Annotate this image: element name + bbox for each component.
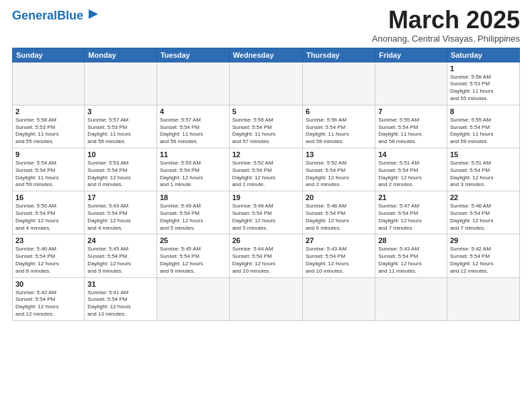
table-row: 9Sunrise: 5:54 AM Sunset: 5:54 PM Daylig… [13, 148, 85, 191]
day-info: Sunrise: 5:50 AM Sunset: 5:54 PM Dayligh… [15, 203, 81, 232]
calendar-week-row: 1Sunrise: 5:58 AM Sunset: 5:53 PM Daylig… [13, 62, 520, 105]
day-info: Sunrise: 5:57 AM Sunset: 5:53 PM Dayligh… [87, 117, 154, 146]
header: GeneralBlue March 2025 Anonang, Central … [12, 7, 520, 44]
day-info: Sunrise: 5:46 AM Sunset: 5:54 PM Dayligh… [450, 203, 517, 232]
table-row: 4Sunrise: 5:57 AM Sunset: 5:54 PM Daylig… [157, 105, 229, 148]
table-row [157, 277, 229, 320]
col-friday: Friday [375, 48, 447, 62]
day-number: 20 [306, 193, 372, 201]
table-row: 23Sunrise: 5:46 AM Sunset: 5:54 PM Dayli… [13, 234, 85, 277]
day-number: 31 [87, 280, 154, 288]
day-info: Sunrise: 5:56 AM Sunset: 5:54 PM Dayligh… [306, 117, 372, 146]
day-number: 21 [378, 193, 444, 201]
table-row: 7Sunrise: 5:55 AM Sunset: 5:54 PM Daylig… [375, 105, 447, 148]
day-number: 13 [306, 150, 372, 158]
col-thursday: Thursday [302, 48, 375, 62]
day-info: Sunrise: 5:51 AM Sunset: 5:54 PM Dayligh… [450, 160, 517, 189]
day-number: 29 [450, 236, 517, 244]
col-saturday: Saturday [447, 48, 519, 62]
table-row [229, 62, 302, 105]
title-block: March 2025 Anonang, Central Visayas, Phi… [372, 7, 520, 44]
table-row: 1Sunrise: 5:58 AM Sunset: 5:53 PM Daylig… [447, 62, 519, 105]
day-info: Sunrise: 5:49 AM Sunset: 5:54 PM Dayligh… [87, 203, 154, 232]
table-row: 30Sunrise: 5:42 AM Sunset: 5:54 PM Dayli… [13, 277, 85, 320]
day-number: 23 [15, 236, 81, 244]
logo-text: GeneralBlue [12, 9, 83, 21]
day-info: Sunrise: 5:46 AM Sunset: 5:54 PM Dayligh… [15, 246, 81, 275]
table-row: 5Sunrise: 5:56 AM Sunset: 5:54 PM Daylig… [229, 105, 302, 148]
day-info: Sunrise: 5:53 AM Sunset: 5:54 PM Dayligh… [87, 160, 154, 189]
table-row: 16Sunrise: 5:50 AM Sunset: 5:54 PM Dayli… [13, 191, 85, 234]
day-number: 15 [450, 150, 517, 158]
table-row [85, 62, 157, 105]
day-number: 5 [232, 107, 300, 116]
table-row: 2Sunrise: 5:58 AM Sunset: 5:53 PM Daylig… [13, 105, 85, 148]
table-row: 20Sunrise: 5:48 AM Sunset: 5:54 PM Dayli… [302, 191, 375, 234]
table-row: 26Sunrise: 5:44 AM Sunset: 5:54 PM Dayli… [229, 234, 302, 277]
day-info: Sunrise: 5:54 AM Sunset: 5:54 PM Dayligh… [15, 160, 81, 189]
table-row [302, 277, 375, 320]
table-row: 28Sunrise: 5:43 AM Sunset: 5:54 PM Dayli… [375, 234, 447, 277]
day-info: Sunrise: 5:58 AM Sunset: 5:53 PM Dayligh… [450, 74, 517, 103]
day-info: Sunrise: 5:44 AM Sunset: 5:54 PM Dayligh… [232, 246, 300, 275]
calendar-week-row: 23Sunrise: 5:46 AM Sunset: 5:54 PM Dayli… [13, 234, 520, 277]
table-row [157, 62, 229, 105]
calendar-week-row: 9Sunrise: 5:54 AM Sunset: 5:54 PM Daylig… [13, 148, 520, 191]
day-number: 1 [450, 64, 517, 73]
day-number: 6 [306, 107, 372, 116]
month-year: March 2025 [372, 7, 520, 34]
table-row: 14Sunrise: 5:51 AM Sunset: 5:54 PM Dayli… [375, 148, 447, 191]
table-row: 31Sunrise: 5:41 AM Sunset: 5:54 PM Dayli… [85, 277, 157, 320]
day-info: Sunrise: 5:48 AM Sunset: 5:54 PM Dayligh… [306, 203, 372, 232]
calendar-header-row: Sunday Monday Tuesday Wednesday Thursday… [13, 48, 520, 62]
table-row: 19Sunrise: 5:48 AM Sunset: 5:54 PM Dayli… [229, 191, 302, 234]
table-row: 25Sunrise: 5:45 AM Sunset: 5:54 PM Dayli… [157, 234, 229, 277]
table-row [447, 277, 519, 320]
day-number: 11 [160, 150, 226, 158]
day-number: 16 [15, 193, 81, 201]
table-row: 22Sunrise: 5:46 AM Sunset: 5:54 PM Dayli… [447, 191, 519, 234]
day-number: 24 [87, 236, 154, 244]
calendar-week-row: 30Sunrise: 5:42 AM Sunset: 5:54 PM Dayli… [13, 277, 520, 320]
logo-blue: Blue [57, 9, 83, 22]
col-wednesday: Wednesday [229, 48, 302, 62]
day-info: Sunrise: 5:53 AM Sunset: 5:54 PM Dayligh… [160, 160, 226, 189]
col-sunday: Sunday [13, 48, 85, 62]
table-row: 12Sunrise: 5:52 AM Sunset: 5:54 PM Dayli… [229, 148, 302, 191]
day-info: Sunrise: 5:41 AM Sunset: 5:54 PM Dayligh… [87, 289, 154, 318]
day-number: 3 [87, 107, 154, 116]
day-number: 8 [450, 107, 517, 116]
day-info: Sunrise: 5:47 AM Sunset: 5:54 PM Dayligh… [378, 203, 444, 232]
day-info: Sunrise: 5:45 AM Sunset: 5:54 PM Dayligh… [160, 246, 226, 275]
day-number: 10 [87, 150, 154, 158]
day-info: Sunrise: 5:58 AM Sunset: 5:53 PM Dayligh… [15, 117, 81, 146]
table-row [375, 62, 447, 105]
svg-marker-0 [89, 9, 98, 19]
day-number: 27 [306, 236, 372, 244]
day-info: Sunrise: 5:52 AM Sunset: 5:54 PM Dayligh… [232, 160, 300, 189]
day-number: 14 [378, 150, 444, 158]
table-row: 17Sunrise: 5:49 AM Sunset: 5:54 PM Dayli… [85, 191, 157, 234]
day-info: Sunrise: 5:42 AM Sunset: 5:54 PM Dayligh… [450, 246, 517, 275]
day-info: Sunrise: 5:48 AM Sunset: 5:54 PM Dayligh… [232, 203, 300, 232]
table-row: 8Sunrise: 5:55 AM Sunset: 5:54 PM Daylig… [447, 105, 519, 148]
day-info: Sunrise: 5:52 AM Sunset: 5:54 PM Dayligh… [306, 160, 372, 189]
day-info: Sunrise: 5:43 AM Sunset: 5:54 PM Dayligh… [378, 246, 444, 275]
day-number: 19 [232, 193, 300, 201]
day-number: 26 [232, 236, 300, 244]
day-number: 28 [378, 236, 444, 244]
logo-general: General [12, 9, 57, 22]
table-row: 6Sunrise: 5:56 AM Sunset: 5:54 PM Daylig… [302, 105, 375, 148]
logo-icon [86, 7, 101, 24]
table-row [229, 277, 302, 320]
table-row: 29Sunrise: 5:42 AM Sunset: 5:54 PM Dayli… [447, 234, 519, 277]
table-row: 24Sunrise: 5:45 AM Sunset: 5:54 PM Dayli… [85, 234, 157, 277]
day-number: 30 [15, 280, 81, 288]
day-number: 7 [378, 107, 444, 116]
day-number: 18 [160, 193, 226, 201]
logo: GeneralBlue [12, 7, 101, 24]
table-row [302, 62, 375, 105]
day-info: Sunrise: 5:45 AM Sunset: 5:54 PM Dayligh… [87, 246, 154, 275]
day-number: 12 [232, 150, 300, 158]
table-row: 11Sunrise: 5:53 AM Sunset: 5:54 PM Dayli… [157, 148, 229, 191]
